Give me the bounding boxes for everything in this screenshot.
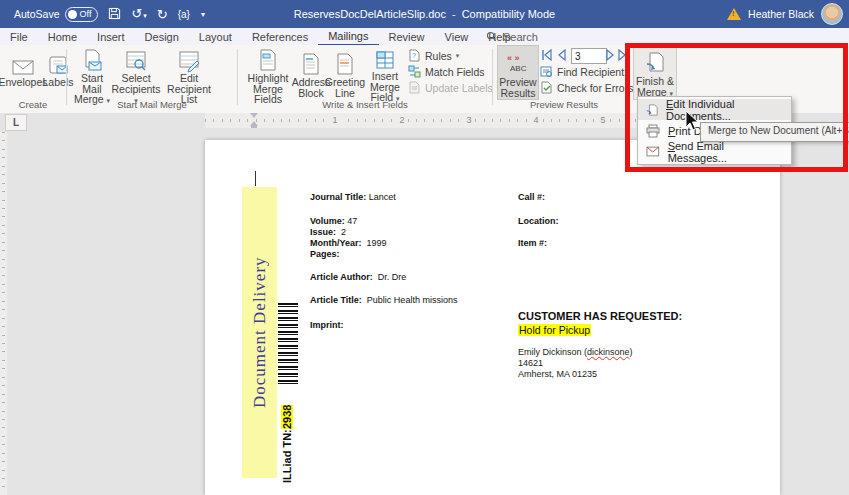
tn-value-highlight: 2938 xyxy=(281,405,293,429)
field-month-year: Month/Year: 1999 xyxy=(310,238,387,248)
autosave-label: AutoSave xyxy=(14,8,60,20)
quick-access-toolbar: AutoSave Off ↺▾ ↻ {a} ▾ xyxy=(0,7,205,22)
merge-tooltip: Merge to New Document (Alt+Shift+N) xyxy=(700,122,849,142)
tab-view[interactable]: View xyxy=(435,28,479,45)
tab-stop-selector[interactable]: L xyxy=(5,114,27,131)
first-line-indent-marker[interactable] xyxy=(250,113,258,118)
undo-dropdown-icon[interactable]: ▾ xyxy=(143,12,147,19)
envelopes-button[interactable]: Envelopes xyxy=(4,46,42,99)
tab-design[interactable]: Design xyxy=(135,28,189,45)
field-article-author: Article Author: Dr. Dre xyxy=(310,272,406,282)
vertical-ruler[interactable] xyxy=(0,132,7,495)
record-number-input[interactable] xyxy=(571,48,607,64)
ruler-number: 2 xyxy=(396,115,408,125)
ruler-number: 4 xyxy=(530,115,542,125)
tab-home[interactable]: Home xyxy=(38,28,87,45)
menu-item-edit-individual-documents[interactable]: Edit Individual Documents... xyxy=(638,99,791,120)
group-label-start-mail-merge: Start Mail Merge xyxy=(72,99,232,111)
field-imprint: Imprint: xyxy=(310,320,344,330)
match-fields-button[interactable]: Match Fields xyxy=(408,64,485,79)
start-mail-merge-button[interactable]: Start Mail Merge ▾ xyxy=(72,46,112,99)
update-labels-icon xyxy=(408,81,421,94)
highlight-merge-fields-button[interactable]: Highlight Merge Fields xyxy=(242,46,294,99)
tab-layout[interactable]: Layout xyxy=(189,28,242,45)
save-icon[interactable] xyxy=(108,7,121,22)
insert-merge-field-button[interactable]: Insert Merge Field ▾ xyxy=(362,46,408,99)
address-line-3: Amherst, MA 01235 xyxy=(518,369,597,379)
update-labels-button[interactable]: Update Labels xyxy=(408,80,493,95)
first-record-button[interactable] xyxy=(540,48,553,62)
barcode xyxy=(278,303,298,386)
customer-heading: CUSTOMER HAS REQUESTED: xyxy=(518,310,682,322)
last-record-button[interactable] xyxy=(616,48,629,62)
preview-results-button[interactable]: « »ABC Preview Results xyxy=(497,45,539,100)
tab-references[interactable]: References xyxy=(242,28,318,45)
match-fields-icon xyxy=(408,65,421,78)
warning-icon[interactable] xyxy=(727,8,741,20)
field-call-number: Call #: xyxy=(518,192,545,202)
rules-icon: ? xyxy=(408,49,421,62)
ribbon-tab-row: File Home Insert Design Layout Reference… xyxy=(0,28,849,45)
group-label-create: Create xyxy=(4,99,62,111)
tab-insert[interactable]: Insert xyxy=(87,28,135,45)
address-block-icon xyxy=(301,46,321,77)
search-label: Search xyxy=(503,31,538,43)
preview-results-icon: « »ABC xyxy=(505,46,531,77)
select-recipients-button[interactable]: Select Recipients ▾ xyxy=(112,46,160,99)
field-location: Location: xyxy=(518,216,559,226)
tab-file[interactable]: File xyxy=(0,28,38,45)
finish-and-merge-button[interactable]: Finish & Merge ▾ xyxy=(633,45,677,100)
greeting-line-button[interactable]: Greeting Line xyxy=(328,46,362,99)
customize-qat-icon[interactable]: ▾ xyxy=(201,8,205,21)
undo-button[interactable]: ↺▾ xyxy=(131,7,146,22)
tab-mailings[interactable]: Mailings xyxy=(318,27,378,46)
request-highlight: Hold for Pickup xyxy=(518,324,591,336)
labels-button[interactable]: Labels xyxy=(42,46,74,99)
group-separator xyxy=(492,49,493,105)
check-for-errors-button[interactable]: Check for Errors xyxy=(540,80,633,95)
svg-text:?: ? xyxy=(412,52,416,59)
ruler-number: 3 xyxy=(463,115,475,125)
recipient-line: Emily Dickinson (dickinsone) xyxy=(518,347,633,357)
check-for-errors-icon xyxy=(540,81,553,94)
previous-record-button[interactable] xyxy=(555,48,568,62)
left-indent-marker[interactable] xyxy=(251,126,257,128)
style-set-button[interactable]: {a} xyxy=(178,8,190,21)
group-separator xyxy=(237,49,238,105)
email-icon xyxy=(646,146,660,158)
search-icon xyxy=(486,31,497,42)
ruler-number: 1 xyxy=(329,115,341,125)
account-area: Heather Black xyxy=(727,0,843,28)
field-volume: Volume: 47 xyxy=(310,216,357,226)
next-record-button[interactable] xyxy=(603,48,616,62)
redo-button[interactable]: ↻ xyxy=(157,8,168,21)
recipient-username: dickinsone xyxy=(587,347,630,357)
avatar[interactable] xyxy=(821,3,843,25)
tab-review[interactable]: Review xyxy=(379,28,435,45)
group-separator xyxy=(66,49,67,105)
greeting-line-icon xyxy=(335,46,355,77)
edit-recipient-list-icon xyxy=(177,46,201,73)
illiad-tn-label: ILLiad TN: 2938 xyxy=(276,390,298,483)
address-block-button[interactable]: Address Block xyxy=(294,46,328,99)
document-page[interactable]: Document Delivery ILLiad TN: 2938 Journa… xyxy=(205,140,780,495)
rules-button[interactable]: ? Rules ▾ xyxy=(408,48,459,63)
document-title: ReservesDocDelArticleSlip.doc xyxy=(294,8,446,20)
autosave-toggle[interactable]: AutoSave Off xyxy=(14,7,98,22)
group-label-preview-results: Preview Results xyxy=(500,99,628,111)
edit-individual-documents-icon xyxy=(646,103,658,117)
edit-recipient-list-button[interactable]: Edit Recipient List xyxy=(160,46,218,99)
search-box[interactable]: Search xyxy=(486,28,538,45)
envelope-icon xyxy=(11,46,35,77)
insert-merge-field-icon xyxy=(374,46,396,71)
find-recipient-button[interactable]: Find Recipient xyxy=(540,64,624,79)
menu-item-send-email-messages[interactable]: Send Email Messages... xyxy=(638,141,791,162)
address-line-2: 14621 xyxy=(518,358,543,368)
highlight-merge-fields-icon xyxy=(258,46,278,73)
field-article-title: Article Title: Public Health missions xyxy=(310,295,457,305)
field-journal-title: Journal Title: Lancet xyxy=(310,192,396,202)
compatibility-mode-label: Compatibility Mode xyxy=(462,8,556,20)
autosave-switch[interactable]: Off xyxy=(65,7,99,22)
title-bar: AutoSave Off ↺▾ ↻ {a} ▾ ReservesDocDelAr… xyxy=(0,0,849,28)
ruler-number: 5 xyxy=(597,115,609,125)
